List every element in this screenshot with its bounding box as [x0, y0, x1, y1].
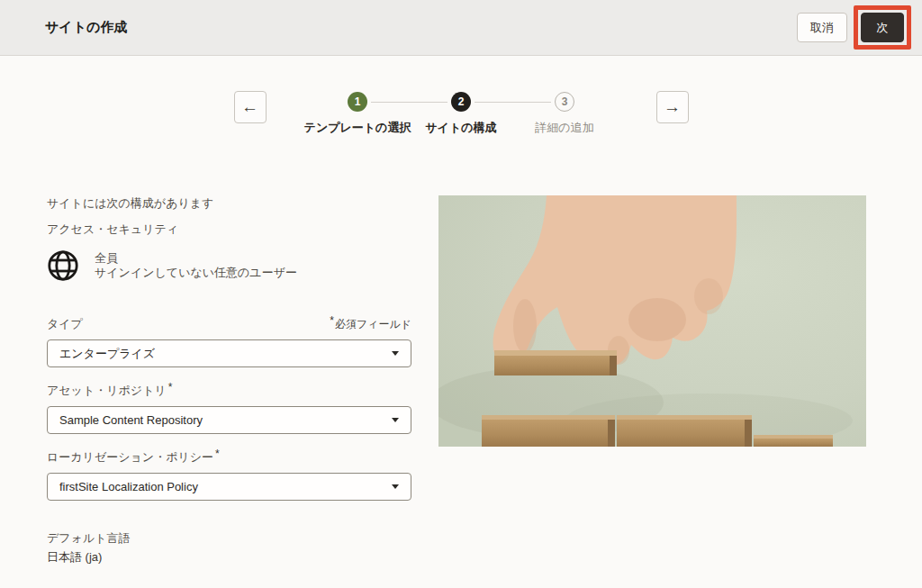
chevron-down-icon [392, 418, 399, 422]
step-3-circle[interactable]: 3 [555, 92, 574, 112]
field-type: タイプ *必須フィールド エンタープライズ [47, 316, 411, 367]
header: サイトの作成 取消 次 [0, 0, 922, 56]
default-language-label: デフォルト言語 [47, 529, 411, 547]
arrow-right-icon: → [664, 97, 681, 117]
default-language-value: 日本語 (ja) [47, 547, 411, 566]
arrow-left-icon: ← [241, 97, 258, 117]
asset-repository-label: アセット・リポジトリ* [47, 383, 172, 399]
form-intro-text: サイトには次の構成があります [47, 195, 411, 212]
page-title: サイトの作成 [45, 19, 127, 36]
default-language: デフォルト言語 日本語 (ja) [47, 529, 411, 566]
type-label: タイプ [47, 316, 83, 332]
asterisk: * [168, 381, 173, 394]
access-security-label: アクセス・セキュリティ [47, 222, 411, 238]
stepper-next-button[interactable]: → [656, 91, 689, 123]
type-select[interactable]: エンタープライズ [47, 339, 411, 367]
step-2-label: サイトの構成 [425, 120, 496, 136]
localization-policy-select[interactable]: firstSite Localization Policy [47, 473, 411, 501]
access-row: 全員 サインインしていない任意のユーザー [47, 249, 411, 282]
field-localization-policy: ローカリゼーション・ポリシー* firstSite Localization P… [47, 449, 411, 501]
globe-icon [47, 249, 79, 282]
asterisk: * [215, 448, 220, 460]
next-button-highlight: 次 [854, 5, 911, 50]
step-configure-site: 2 サイトの構成 [410, 92, 513, 136]
localization-policy-select-value: firstSite Localization Policy [59, 480, 198, 493]
localization-policy-label: ローカリゼーション・ポリシー* [47, 449, 220, 466]
step-add-details: 3 詳細の追加 [513, 92, 617, 136]
header-actions: 取消 次 [797, 5, 911, 50]
template-preview-image [438, 195, 866, 447]
step-1-circle[interactable]: 1 [348, 92, 367, 112]
step-2-circle[interactable]: 2 [451, 92, 471, 112]
wizard-stepper: ← 1 テンプレートの選択 2 サイトの構成 3 詳細の追加 → [0, 90, 922, 136]
field-asset-repository: アセット・リポジトリ* Sample Content Repository [47, 383, 411, 434]
step-1-label: テンプレートの選択 [304, 120, 411, 136]
access-description: サインインしていない任意のユーザー [95, 266, 297, 280]
chevron-down-icon [392, 484, 399, 489]
main-content: サイトには次の構成があります アクセス・セキュリティ 全員 サインインしていない… [0, 195, 922, 566]
access-title: 全員 [95, 251, 297, 266]
asterisk: * [330, 314, 334, 327]
step-select-template: 1 テンプレートの選択 [306, 92, 410, 136]
site-config-form: サイトには次の構成があります アクセス・セキュリティ 全員 サインインしていない… [47, 195, 411, 566]
step-3-label: 詳細の追加 [535, 120, 593, 136]
stepper-prev-button[interactable]: ← [234, 91, 267, 123]
type-select-value: エンタープライズ [59, 346, 155, 362]
cancel-button[interactable]: 取消 [797, 13, 847, 42]
blocks-illustration [438, 195, 866, 447]
required-field-hint: *必須フィールド [330, 317, 411, 332]
asset-repository-select-value: Sample Content Repository [59, 413, 203, 427]
asset-repository-select[interactable]: Sample Content Repository [47, 406, 411, 434]
chevron-down-icon [392, 351, 399, 356]
next-button[interactable]: 次 [861, 13, 904, 42]
steps: 1 テンプレートの選択 2 サイトの構成 3 詳細の追加 [306, 90, 617, 136]
access-text: 全員 サインインしていない任意のユーザー [95, 249, 297, 280]
